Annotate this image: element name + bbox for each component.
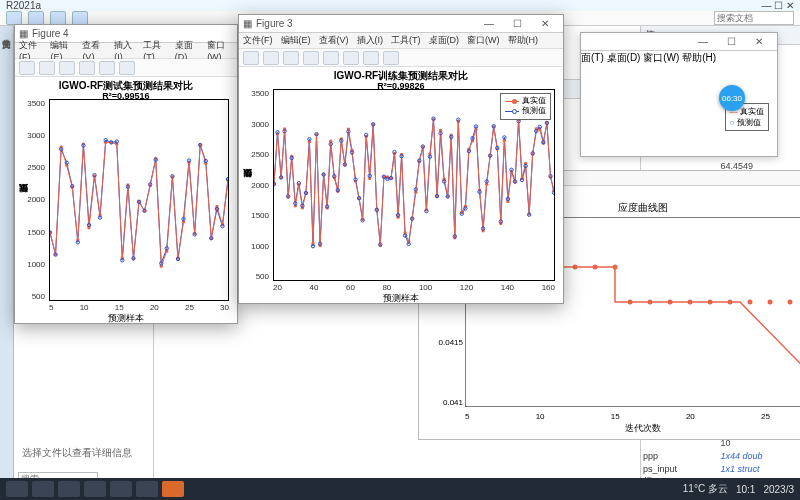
save-icon[interactable] bbox=[72, 11, 88, 25]
workspace-row[interactable]: ps_input1x1 struct bbox=[643, 463, 798, 476]
fig3-legend[interactable]: 真实值 预测值 bbox=[500, 93, 551, 120]
menu-item[interactable]: 桌面(D) bbox=[429, 34, 460, 47]
explorer-icon[interactable] bbox=[110, 481, 132, 497]
minimize-icon[interactable]: — bbox=[475, 18, 503, 29]
fig4-yticks: 350030002500200015001000500 bbox=[15, 99, 47, 301]
minimize-icon[interactable]: — bbox=[689, 36, 717, 47]
clock-date[interactable]: 2023/3 bbox=[763, 484, 794, 495]
insert-icon[interactable] bbox=[383, 51, 399, 65]
matlab-window-controls: — ☐ ✕ bbox=[761, 0, 794, 11]
recording-bubble[interactable]: 06:30 bbox=[719, 85, 745, 111]
fig4-xlabel: 预测样本 bbox=[15, 312, 237, 325]
menu-item[interactable]: 文件(F) bbox=[243, 34, 273, 47]
pan-icon[interactable] bbox=[79, 61, 95, 75]
figure-4-window[interactable]: ▦ Figure 4 文件(F) 编辑(E) 查看(V) 插入(I) 工具(T)… bbox=[14, 24, 238, 324]
iter-xlabel: 迭代次数 bbox=[419, 422, 800, 435]
matlab-task-icon[interactable] bbox=[162, 481, 184, 497]
fig4-menubar: 文件(F) 编辑(E) 查看(V) 插入(I) 工具(T) 桌面(D) 窗口(W… bbox=[15, 43, 237, 59]
figure-3-window[interactable]: ▦ Figure 3 — ☐ ✕ 文件(F) 编辑(E) 查看(V) 插入(I)… bbox=[238, 14, 564, 304]
fig4-toolbar bbox=[15, 59, 237, 77]
fig4-axes-container: IGWO-RF测试集预测结果对比 R²=0.99516 测试集数据 350030… bbox=[15, 77, 237, 323]
svg-point-17 bbox=[788, 300, 793, 305]
fig3-axes-container: IGWO-RF训练集预测结果对比 R²=0.99826 训练集数据 350030… bbox=[239, 67, 563, 303]
fig3-toolbar bbox=[239, 49, 563, 67]
print-icon[interactable] bbox=[39, 61, 55, 75]
save-icon[interactable] bbox=[243, 51, 259, 65]
zoom-icon[interactable] bbox=[283, 51, 299, 65]
fig4-axes[interactable] bbox=[49, 99, 229, 301]
task-icon[interactable] bbox=[136, 481, 158, 497]
svg-point-13 bbox=[708, 300, 713, 305]
matlab-titlebar: R2021a — ☐ ✕ bbox=[0, 0, 800, 11]
fig4-title: Figure 4 bbox=[32, 28, 69, 39]
weather-widget[interactable]: 11°C 多云 bbox=[683, 482, 728, 496]
pan-icon[interactable] bbox=[303, 51, 319, 65]
task-icon[interactable] bbox=[58, 481, 80, 497]
svg-point-8 bbox=[613, 265, 618, 270]
current-folder-collapsed[interactable]: 当前文件夹 bbox=[0, 26, 14, 490]
fig4-icon: ▦ bbox=[19, 28, 28, 39]
fig3-xlabel: 预测样本 bbox=[239, 292, 563, 305]
edge-icon[interactable] bbox=[84, 481, 106, 497]
menu-item[interactable]: 工具(T) bbox=[391, 34, 421, 47]
menu-item[interactable]: 面(T) bbox=[581, 52, 604, 63]
start-icon[interactable] bbox=[6, 481, 28, 497]
svg-point-15 bbox=[748, 300, 753, 305]
menu-item[interactable]: 插入(I) bbox=[357, 34, 384, 47]
windows-taskbar: 11°C 多云 10:1 2023/3 bbox=[0, 478, 800, 500]
home-icon[interactable] bbox=[6, 11, 22, 25]
new-icon[interactable] bbox=[28, 11, 44, 25]
maximize-icon[interactable]: ☐ bbox=[774, 0, 783, 11]
doc-search-input[interactable] bbox=[714, 11, 794, 25]
brush-icon[interactable] bbox=[363, 51, 379, 65]
minimize-icon[interactable]: — bbox=[761, 0, 771, 11]
task-icon[interactable] bbox=[32, 481, 54, 497]
menu-item[interactable]: 编辑(E) bbox=[281, 34, 311, 47]
close-icon[interactable]: ✕ bbox=[786, 0, 794, 11]
matlab-title: R2021a bbox=[6, 0, 41, 11]
save-icon[interactable] bbox=[19, 61, 35, 75]
workspace-row[interactable]: ppp1x44 doub bbox=[643, 450, 798, 463]
svg-point-11 bbox=[668, 300, 673, 305]
open-icon[interactable] bbox=[50, 11, 66, 25]
svg-point-10 bbox=[648, 300, 653, 305]
fig3-yticks: 350030002500200015001000500 bbox=[239, 89, 271, 281]
svg-point-14 bbox=[728, 300, 733, 305]
details-hint: 选择文件以查看详细信息 bbox=[14, 438, 153, 468]
menu-item[interactable]: 窗口(W) bbox=[643, 52, 679, 63]
svg-point-7 bbox=[593, 265, 598, 270]
stub-figure: —☐✕ 面(T) 桌面(D) 窗口(W) 帮助(H) — 真实值 ○ 预测值 bbox=[580, 32, 778, 157]
svg-point-9 bbox=[628, 300, 633, 305]
svg-point-6 bbox=[573, 265, 578, 270]
iter-xticks: 51015202530 bbox=[465, 412, 800, 421]
menu-item[interactable]: 桌面(D) bbox=[607, 52, 641, 63]
fig3-menubar: 文件(F) 编辑(E) 查看(V) 插入(I) 工具(T) 桌面(D) 窗口(W… bbox=[239, 33, 563, 49]
menu-item[interactable]: 查看(V) bbox=[319, 34, 349, 47]
svg-point-12 bbox=[688, 300, 693, 305]
clock-time[interactable]: 10:1 bbox=[736, 484, 755, 495]
menu-item[interactable]: 帮助(H) bbox=[508, 34, 539, 47]
print-icon[interactable] bbox=[263, 51, 279, 65]
rotate-icon[interactable] bbox=[99, 61, 115, 75]
fig3-icon: ▦ bbox=[243, 18, 252, 29]
maximize-icon[interactable]: ☐ bbox=[503, 18, 531, 29]
close-icon[interactable]: ✕ bbox=[745, 36, 773, 47]
menu-item[interactable]: 窗口(W) bbox=[467, 34, 500, 47]
data-icon[interactable] bbox=[119, 61, 135, 75]
svg-point-16 bbox=[768, 300, 773, 305]
zoom-icon[interactable] bbox=[59, 61, 75, 75]
menu-item[interactable]: 帮助(H) bbox=[682, 52, 716, 63]
fig3-title: Figure 3 bbox=[256, 18, 293, 29]
rotate-icon[interactable] bbox=[323, 51, 339, 65]
close-icon[interactable]: ✕ bbox=[531, 18, 559, 29]
cursor-icon[interactable] bbox=[343, 51, 359, 65]
maximize-icon[interactable]: ☐ bbox=[717, 36, 745, 47]
